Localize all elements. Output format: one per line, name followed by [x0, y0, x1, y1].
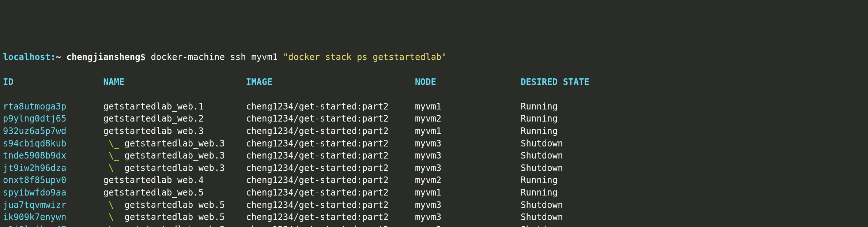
row-name: \_ getstartedlab_web.5: [103, 224, 246, 227]
row-image: cheng1234/get-started:part2: [246, 224, 415, 227]
row-image: cheng1234/get-started:part2: [246, 101, 415, 112]
row-name: getstartedlab_web.2: [103, 114, 246, 124]
prompt-user: chengjiansheng$: [61, 52, 151, 62]
row-name: \_ getstartedlab_web.3: [103, 163, 246, 173]
row-image: cheng1234/get-started:part2: [246, 114, 415, 124]
row-id: jua7tqvmwizr: [3, 200, 103, 210]
col-name-header: NAME: [103, 77, 246, 87]
row-image: cheng1234/get-started:part2: [246, 200, 415, 210]
row-name: \_ getstartedlab_web.3: [103, 150, 246, 161]
row-node: myvm3: [415, 150, 521, 161]
table-row: onxt8f85upv0 getstartedlab_web.4 cheng12…: [3, 174, 865, 187]
tree-branch-icon: \_: [103, 138, 119, 149]
table-row: ik909k7enywn \_ getstartedlab_web.5 chen…: [3, 211, 865, 224]
tree-branch-icon: \_: [103, 200, 119, 210]
row-id: spyibwfdo9aa: [3, 187, 103, 198]
row-desired-state: Shutdown: [521, 200, 563, 210]
row-desired-state: Running: [521, 126, 558, 136]
table-row: spyibwfdo9aa getstartedlab_web.5 cheng12…: [3, 187, 865, 199]
row-image: cheng1234/get-started:part2: [246, 150, 415, 161]
row-desired-state: Shutdown: [521, 163, 563, 173]
row-desired-state: Shutdown: [521, 212, 563, 222]
row-name: getstartedlab_web.4: [103, 175, 246, 185]
row-image: cheng1234/get-started:part2: [246, 187, 415, 198]
prompt-quoted: "docker stack ps getstartedlab": [283, 52, 447, 62]
row-image: cheng1234/get-started:part2: [246, 212, 415, 222]
row-node: myvm1: [415, 126, 521, 136]
row-name: getstartedlab_web.1: [103, 101, 246, 112]
row-node: myvm2: [415, 114, 521, 124]
col-node-header: NODE: [415, 77, 521, 87]
row-desired-state: Running: [521, 175, 558, 185]
row-desired-state: Shutdown: [521, 138, 563, 149]
row-id: rta8utmoga3p: [3, 101, 103, 112]
row-id: ik909k7enywn: [3, 212, 103, 222]
row-node: myvm2: [415, 175, 521, 185]
tree-branch-icon: \_: [103, 150, 119, 161]
prompt-tilde: ~: [56, 52, 61, 62]
row-image: cheng1234/get-started:part2: [246, 126, 415, 136]
prompt-line-1[interactable]: localhost:~ chengjiansheng$ docker-machi…: [3, 51, 865, 64]
row-image: cheng1234/get-started:part2: [246, 175, 415, 185]
table-row: tnde5908b9dx \_ getstartedlab_web.3 chen…: [3, 150, 865, 162]
row-id: 932uz6a5p7wd: [3, 126, 103, 136]
row-node: myvm3: [415, 224, 521, 227]
table-row: rta8utmoga3p getstartedlab_web.1 cheng12…: [3, 101, 865, 113]
tree-branch-icon: \_: [103, 224, 119, 227]
table-row: 932uz6a5p7wd getstartedlab_web.3 cheng12…: [3, 125, 865, 138]
row-image: cheng1234/get-started:part2: [246, 138, 415, 149]
row-name: \_ getstartedlab_web.5: [103, 212, 246, 222]
row-desired-state: Running: [521, 114, 558, 124]
row-name: \_ getstartedlab_web.5: [103, 200, 246, 210]
row-node: myvm3: [415, 138, 521, 149]
table-row: s94cbiqd8kub \_ getstartedlab_web.3 chen…: [3, 138, 865, 150]
row-desired-state: Running: [521, 187, 558, 198]
row-id: p9ylng0dtj65: [3, 114, 103, 124]
tree-branch-icon: \_: [103, 212, 119, 222]
row-name: \_ getstartedlab_web.3: [103, 138, 246, 149]
row-name: getstartedlab_web.5: [103, 187, 246, 198]
row-desired-state: Running: [521, 101, 558, 112]
col-desired-header: DESIRED STATE: [521, 77, 589, 87]
table-row: jua7tqvmwizr \_ getstartedlab_web.5 chen…: [3, 199, 865, 212]
row-id: tnde5908b9dx: [3, 150, 103, 161]
col-id-header: ID: [3, 77, 103, 87]
row-name: getstartedlab_web.3: [103, 126, 246, 136]
prompt-cmd: docker-machine ssh myvm1: [151, 52, 283, 62]
col-image-header: IMAGE: [246, 77, 415, 87]
tree-branch-icon: \_: [103, 163, 119, 173]
row-node: myvm3: [415, 200, 521, 210]
row-node: myvm3: [415, 212, 521, 222]
row-id: onxt8f85upv0: [3, 175, 103, 185]
row-node: myvm1: [415, 187, 521, 198]
row-id: s94cbiqd8kub: [3, 138, 103, 149]
row-desired-state: Shutdown: [521, 150, 563, 161]
table-header: ID NAME IMAGE NODE DESIRED STATE: [3, 76, 865, 89]
table-row: p9ylng0dtj65 getstartedlab_web.2 cheng12…: [3, 113, 865, 125]
row-id: y1i6lniksn47: [3, 224, 103, 227]
row-desired-state: Shutdown: [521, 224, 563, 227]
row-id: jt9iw2h96dza: [3, 163, 103, 173]
row-node: myvm1: [415, 101, 521, 112]
prompt-host: localhost:: [3, 52, 56, 62]
row-node: myvm3: [415, 163, 521, 173]
row-image: cheng1234/get-started:part2: [246, 163, 415, 173]
table-row: jt9iw2h96dza \_ getstartedlab_web.3 chen…: [3, 162, 865, 175]
table-row: y1i6lniksn47 \_ getstartedlab_web.5 chen…: [3, 224, 865, 227]
